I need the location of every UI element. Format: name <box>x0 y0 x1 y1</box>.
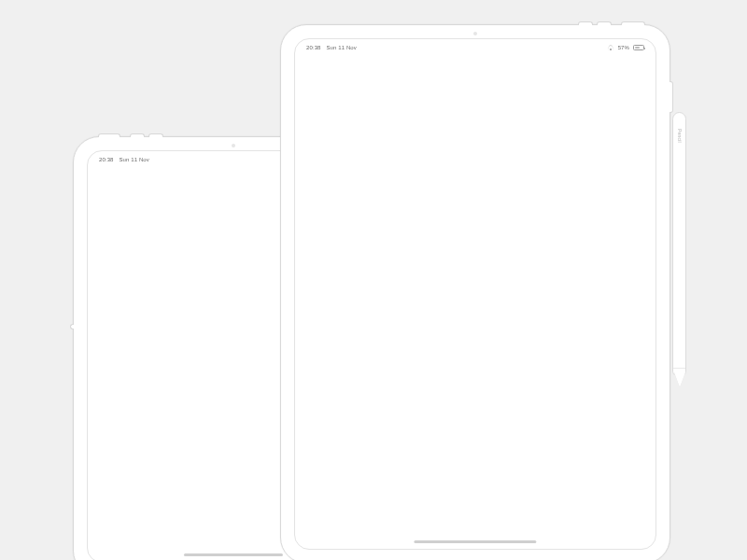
home-indicator <box>414 540 536 543</box>
apple-pencil: Pencil <box>672 112 686 375</box>
status-bar: 20:38 Sun 11 Nov 57% <box>306 45 644 50</box>
pencil-band <box>673 368 685 369</box>
power-button <box>621 21 645 25</box>
status-date: Sun 11 Nov <box>327 45 357 50</box>
ipad-large-screen: 20:38 Sun 11 Nov 57% <box>294 38 656 550</box>
wifi-icon <box>607 45 614 50</box>
status-time: 20:38 <box>99 157 114 162</box>
status-date: Sun 11 Nov <box>120 157 149 162</box>
front-camera <box>232 144 235 147</box>
volume-down-button <box>148 133 163 137</box>
pencil-label: Pencil <box>677 129 683 143</box>
volume-up-button <box>130 133 145 137</box>
side-button <box>669 81 673 113</box>
smart-connector <box>70 324 74 329</box>
volume-down-button <box>578 21 593 25</box>
front-camera <box>473 32 477 35</box>
home-indicator <box>184 553 283 556</box>
ipad-large-device: 20:38 Sun 11 Nov 57% <box>280 24 670 560</box>
volume-up-button <box>597 21 612 25</box>
battery-icon <box>633 45 644 50</box>
mockup-stage: 20:38 Sun 11 Nov 57% 20:38 <box>0 0 747 560</box>
status-time: 20:38 <box>306 45 321 50</box>
power-button <box>98 133 120 137</box>
pencil-tip <box>674 372 685 387</box>
pencil-engraving: Pencil <box>677 126 683 143</box>
battery-percent: 57% <box>618 45 629 50</box>
